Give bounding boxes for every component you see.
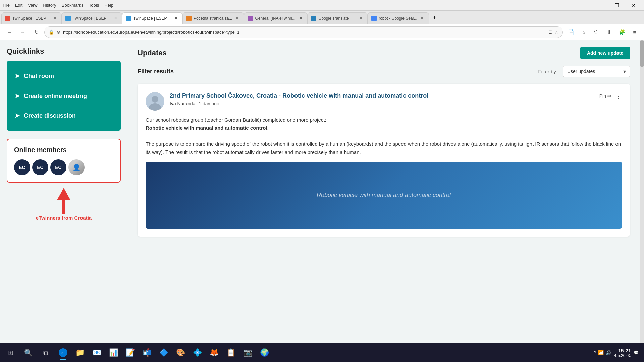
notification-icon[interactable]: 💬 <box>634 350 639 355</box>
tab-close-7[interactable]: ✕ <box>419 15 425 21</box>
tab-label-1: TwinSpace | ESEP <box>12 16 50 21</box>
tab-favicon-6 <box>311 16 316 21</box>
menu-icon[interactable]: ≡ <box>629 27 640 38</box>
tab-6[interactable]: Google Translate ✕ <box>307 12 368 24</box>
taskbar-clock[interactable]: 15:21 4.5.2023. <box>614 348 631 358</box>
updates-header: Updates Add new update <box>138 47 630 59</box>
taskbar-edge[interactable]: e <box>55 345 71 361</box>
taskbar-camera[interactable]: 📷 <box>239 345 256 361</box>
post-intro-text: Our school robotics group (teacher Gorda… <box>146 117 326 123</box>
tab-close-5[interactable]: ✕ <box>298 15 304 21</box>
download-icon[interactable]: ⬇ <box>604 27 614 38</box>
tab-1[interactable]: TwinSpace | ESEP ✕ <box>1 12 62 24</box>
post-body: Our school robotics group (teacher Gorda… <box>146 116 622 156</box>
post-bold-text: Robotic vehicle with manual and automati… <box>146 125 267 131</box>
menu-bookmarks[interactable]: Bookmarks <box>62 3 84 8</box>
add-update-button[interactable]: Add new update <box>580 47 630 59</box>
bookmark-star-icon[interactable]: ☆ <box>578 27 589 38</box>
quicklinks-chat-room[interactable]: ➤ Chat room <box>7 66 121 86</box>
menu-history[interactable]: History <box>43 3 56 8</box>
address-bar: ← → ↻ 🔒 ⊙ https://school-education.ec.eu… <box>0 24 644 40</box>
quicklinks-box: ➤ Chat room ➤ Create online meeting ➤ Cr… <box>7 61 121 131</box>
maximize-button[interactable]: ❐ <box>609 0 625 11</box>
extensions-icon[interactable]: 🧩 <box>616 27 627 38</box>
taskbar-mail[interactable]: 📧 <box>89 345 105 361</box>
site-icon: ⊙ <box>57 29 60 35</box>
pin-button[interactable]: Pin ✏ <box>599 93 612 99</box>
post-end-text: . <box>267 125 269 131</box>
minimize-button[interactable]: — <box>592 0 608 11</box>
reader-view-icon[interactable]: 📄 <box>566 27 576 38</box>
taskbar-app8[interactable]: 💠 <box>189 345 205 361</box>
chevron-up-icon[interactable]: ^ <box>594 350 596 355</box>
tab-close-4[interactable]: ✕ <box>234 15 240 21</box>
taskbar-app10[interactable]: 📋 <box>223 345 239 361</box>
taskbar-word[interactable]: 📝 <box>122 345 138 361</box>
post-actions: Pin ✏ ⋮ <box>599 92 622 100</box>
security-icon: 🔒 <box>49 29 54 35</box>
create-meeting-arrow-icon: ➤ <box>15 92 20 100</box>
avatar-ec1: EC <box>14 159 30 175</box>
speaker-icon[interactable]: 🔊 <box>606 350 611 355</box>
avatar-ec3: EC <box>50 159 66 175</box>
tab-favicon-3 <box>126 16 131 21</box>
online-members-box: Online members EC EC EC 👤 <box>7 139 121 183</box>
menu-help[interactable]: Help <box>104 3 113 8</box>
wifi-icon[interactable]: 📶 <box>598 350 604 355</box>
tab-close-3[interactable]: ✕ <box>173 15 179 21</box>
menu-edit[interactable]: Edit <box>15 3 22 8</box>
online-members-title: Online members <box>14 146 113 154</box>
back-button[interactable]: ← <box>4 27 15 38</box>
more-options-icon[interactable]: ⋮ <box>615 92 622 100</box>
start-button[interactable]: ⊞ <box>3 345 19 361</box>
taskbar-app6[interactable]: 🔷 <box>156 345 172 361</box>
taskbar-outlook[interactable]: 📬 <box>139 345 155 361</box>
post-title: 2nd Primary School Čakovec, Croatia - Ro… <box>170 92 594 100</box>
quicklinks-create-discussion[interactable]: ➤ Create discussion <box>7 106 121 125</box>
taskbar-time-display: 15:21 <box>614 348 631 353</box>
tab-label-2: TwinSpace | ESEP <box>73 16 110 21</box>
tab-7[interactable]: robot - Google Sear... ✕ <box>368 12 429 24</box>
filter-row: Filter results Filter by: User updates A… <box>138 66 630 77</box>
tab-5[interactable]: General (INA eTwinn... ✕ <box>244 12 307 24</box>
tab-close-1[interactable]: ✕ <box>52 15 58 21</box>
taskbar: ⊞ 🔍 ⧉ e 📁 📧 📊 📝 📬 🔷 🎨 💠 🦊 📋 📷 🌍 ^ 📶 🔊 15… <box>0 343 644 362</box>
reader-icon[interactable]: ☰ <box>548 30 552 35</box>
refresh-button[interactable]: ↻ <box>31 27 42 38</box>
forward-button[interactable]: → <box>17 27 28 38</box>
url-text: https://school-education.ec.europa.eu/en… <box>63 29 546 35</box>
taskbar-chrome[interactable]: 🌍 <box>256 345 272 361</box>
close-button[interactable]: ✕ <box>626 0 641 11</box>
taskbar-explorer[interactable]: 📁 <box>72 345 88 361</box>
search-button[interactable]: 🔍 <box>20 345 36 361</box>
right-scrollbar[interactable] <box>640 40 644 343</box>
taskbar-firefox[interactable]: 🦊 <box>206 345 222 361</box>
menu-tools[interactable]: Tools <box>89 3 99 8</box>
post-paragraph-1: Our school robotics group (teacher Gorda… <box>146 116 622 124</box>
tab-4[interactable]: Početna stranica za... ✕ <box>182 12 244 24</box>
quicklinks-create-meeting[interactable]: ➤ Create online meeting <box>7 86 121 106</box>
arrow-annotation <box>57 188 70 214</box>
video-thumbnail[interactable]: Robotic vehicle with manual and automati… <box>146 162 622 229</box>
task-view-button[interactable]: ⧉ <box>38 345 54 361</box>
scroll-thumb[interactable] <box>640 40 644 67</box>
filter-select-wrapper[interactable]: User updates All updates My updates <box>563 66 630 77</box>
taskbar-powerpoint[interactable]: 📊 <box>105 345 121 361</box>
bookmark-icon[interactable]: ☆ <box>555 30 558 35</box>
post-card-1: 2nd Primary School Čakovec, Croatia - Ro… <box>138 84 630 237</box>
tab-2[interactable]: TwinSpace | ESEP ✕ <box>62 12 122 24</box>
tab-close-2[interactable]: ✕ <box>112 15 118 21</box>
post-paragraph-2: The purpose is to compare the driving sp… <box>146 140 622 156</box>
chat-room-label: Chat room <box>24 73 54 80</box>
menu-view[interactable]: View <box>28 3 37 8</box>
tab-close-6[interactable]: ✕ <box>358 15 364 21</box>
menu-file[interactable]: File <box>3 3 10 8</box>
tab-3[interactable]: TwinSpace | ESEP ✕ <box>122 12 182 24</box>
sidebar: Quicklinks ➤ Chat room ➤ Create online m… <box>0 40 127 343</box>
filter-select[interactable]: User updates All updates My updates <box>563 66 630 77</box>
edit-icon[interactable]: ✏ <box>607 93 612 99</box>
shield-icon[interactable]: 🛡 <box>591 27 602 38</box>
taskbar-app7[interactable]: 🎨 <box>172 345 189 361</box>
new-tab-button[interactable]: + <box>429 12 440 24</box>
url-bar[interactable]: 🔒 ⊙ https://school-education.ec.europa.e… <box>44 26 563 38</box>
